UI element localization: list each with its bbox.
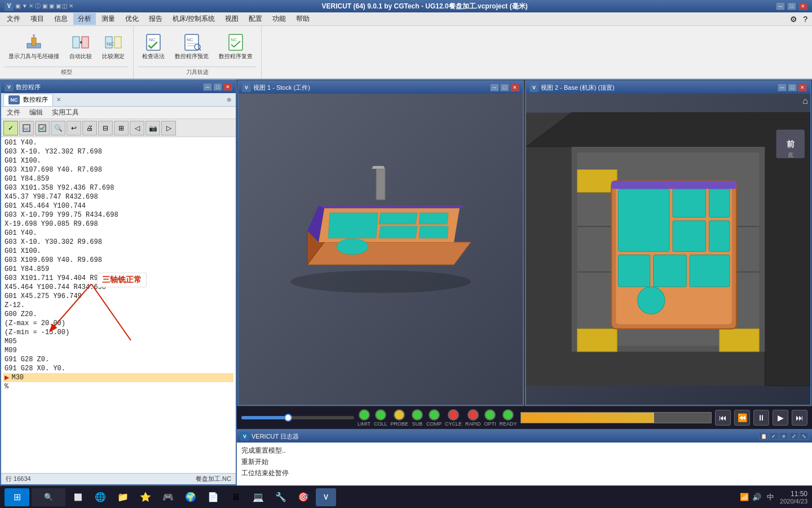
sim-btn-back[interactable]: ⏪ xyxy=(734,410,750,426)
nc-tool-split2[interactable]: ⊞ xyxy=(114,121,129,135)
nc-tool-split1[interactable]: ⊟ xyxy=(98,121,113,135)
sim-status-probe[interactable]: PROBE xyxy=(391,409,409,427)
sim-status-sub[interactable]: SUB xyxy=(412,409,423,427)
network-icon[interactable]: 📶 xyxy=(740,493,749,501)
sim-btn-pause[interactable]: ⏸ xyxy=(753,410,769,426)
volume-icon[interactable]: 🔊 xyxy=(752,493,761,501)
taskbar-app1[interactable]: ⭐ xyxy=(135,488,156,506)
taskbar-app4[interactable]: 📄 xyxy=(203,488,223,506)
log-panel-icon2[interactable]: ✓ xyxy=(769,432,778,440)
nc-code-line[interactable]: X-19.698 Y90.085 R9.698 xyxy=(3,220,233,229)
nc-code-line[interactable]: G03 X107.698 Y40. R7.698 xyxy=(3,165,233,174)
nc-menu-utils[interactable]: 实用工具 xyxy=(48,107,82,119)
sim-slider[interactable] xyxy=(241,416,354,419)
nc-tab-nc[interactable]: NC 数控程序 xyxy=(3,94,53,106)
menu-item-help[interactable]: 帮助 xyxy=(292,13,314,25)
nc-tool-1[interactable]: NC xyxy=(19,121,34,135)
menu-item-project[interactable]: 项目 xyxy=(26,13,48,25)
nc-tool-left[interactable]: ◁ xyxy=(130,121,144,135)
taskbar-search[interactable]: 🔍 xyxy=(32,488,65,506)
sim-status-rapid[interactable]: RAPID xyxy=(465,409,481,427)
menu-item-machine[interactable]: 机床/控制系统 xyxy=(168,13,219,25)
nc-tool-camera[interactable]: 📷 xyxy=(145,121,160,135)
nc-code-line[interactable]: G01 X100. xyxy=(3,156,233,165)
sim-status-limit[interactable]: LIMIT xyxy=(358,409,370,427)
home-icon[interactable]: ⌂ xyxy=(802,96,808,106)
view2-maximize[interactable]: □ xyxy=(788,84,797,91)
minimize-button[interactable]: ─ xyxy=(776,2,785,10)
nc-code-line[interactable]: G03 X101.711 Y94.404 R9.698 xyxy=(3,274,233,283)
menu-item-function[interactable]: 功能 xyxy=(268,13,290,25)
ribbon-btn-nc-review[interactable]: NC 数控程序复查 xyxy=(215,30,257,63)
nc-menu-file[interactable]: 文件 xyxy=(3,107,24,119)
nc-code-line[interactable]: G03 X-10. Y32.302 R7.698 xyxy=(3,147,233,156)
sim-status-ready[interactable]: READY xyxy=(500,409,517,427)
settings-icon[interactable]: ⚙ xyxy=(788,15,800,24)
nc-menu-edit[interactable]: 编辑 xyxy=(26,107,46,119)
view2-canvas[interactable]: 前 底 ⌂ xyxy=(526,94,810,405)
nc-code-line[interactable]: ▶M30 xyxy=(3,373,233,382)
nc-tool-2[interactable]: NC xyxy=(35,121,50,135)
sim-status-opti[interactable]: OPTI xyxy=(484,409,496,427)
taskbar-app2[interactable]: 🎮 xyxy=(158,488,178,506)
nc-tool-print[interactable]: 🖨 xyxy=(82,121,97,135)
nc-code-line[interactable]: G03 X-10.799 Y99.75 R434.698 xyxy=(3,211,233,220)
nc-code-line[interactable]: G01 X45.464 Y100.744 xyxy=(3,202,233,211)
nc-panel-minimize[interactable]: ─ xyxy=(203,83,212,91)
nc-code-line[interactable]: G01 Y40. xyxy=(3,138,233,147)
taskbar-browser[interactable]: 🌐 xyxy=(90,488,111,506)
sim-status-comp[interactable]: COMP xyxy=(426,409,442,427)
menu-item-analysis[interactable]: 分析 xyxy=(73,13,96,25)
nc-code-line[interactable]: Z-12. xyxy=(3,301,233,310)
maximize-button[interactable]: □ xyxy=(787,2,796,10)
nc-code-area[interactable]: G01 Y40.G03 X-10. Y32.302 R7.698G01 X100… xyxy=(1,137,236,473)
ribbon-btn-compare-measure[interactable]: NC 比较测定 xyxy=(98,30,129,63)
menu-item-config[interactable]: 配置 xyxy=(244,13,267,25)
title-bar-controls[interactable]: ─ □ ✕ xyxy=(776,2,807,10)
nc-tool-search[interactable]: 🔍 xyxy=(51,121,65,135)
nc-code-line[interactable]: (Z-min = -15.00) xyxy=(3,328,233,337)
nc-tool-right[interactable]: ▷ xyxy=(161,121,176,135)
nc-code-line[interactable]: M09 xyxy=(3,346,233,355)
nc-tool-undo[interactable]: ↩ xyxy=(67,121,81,135)
nc-code-line[interactable]: G01 X100. xyxy=(3,247,233,256)
question-icon[interactable]: ? xyxy=(801,15,810,24)
menu-item-file[interactable]: 文件 xyxy=(2,13,25,25)
log-panel-icon1[interactable]: 📋 xyxy=(759,432,768,440)
nc-panel-close[interactable]: ✕ xyxy=(223,83,232,91)
taskbar-folder[interactable]: 📁 xyxy=(113,488,133,506)
nc-code-line[interactable]: X45.464 Y100.744 R434.698 xyxy=(3,283,233,292)
nc-code-line[interactable]: G03 X109.698 Y40. R9.698 xyxy=(3,256,233,265)
log-panel-icon3[interactable]: ≡ xyxy=(779,432,788,440)
nc-code-line[interactable]: M05 xyxy=(3,337,233,346)
sim-btn-play[interactable]: ▶ xyxy=(773,410,788,426)
menu-item-info[interactable]: 信息 xyxy=(50,13,72,25)
ribbon-btn-check-syntax[interactable]: NC 检查语法 xyxy=(138,30,169,63)
ribbon-btn-nc-preview[interactable]: NC 数控程序预览 xyxy=(171,30,213,63)
taskbar-view[interactable]: ⬜ xyxy=(68,488,88,506)
view1-close[interactable]: ✕ xyxy=(510,84,519,91)
sim-status-coll[interactable]: COLL xyxy=(374,409,387,427)
taskbar-app6[interactable]: 💻 xyxy=(248,488,268,506)
nc-code-line[interactable]: G00 Z20. xyxy=(3,310,233,319)
nc-code-line[interactable]: G91 G28 X0. Y0. xyxy=(3,364,233,373)
view1-maximize[interactable]: □ xyxy=(500,84,509,91)
menu-item-report[interactable]: 报告 xyxy=(144,13,167,25)
taskbar-app3[interactable]: 🌍 xyxy=(180,488,201,506)
taskbar-app7[interactable]: 🔧 xyxy=(271,488,291,506)
sim-progress-bar[interactable] xyxy=(520,412,712,423)
close-button[interactable]: ✕ xyxy=(798,2,807,10)
view1-canvas[interactable] xyxy=(239,94,523,405)
start-button[interactable]: ⊞ xyxy=(5,488,29,506)
view2-close[interactable]: ✕ xyxy=(798,84,807,91)
nc-tool-check[interactable]: ✓ xyxy=(3,121,18,135)
taskbar-lang[interactable]: 中 xyxy=(765,492,776,502)
nc-code-line[interactable]: (Z-max = 20.00) xyxy=(3,319,233,328)
nc-tab-expand[interactable]: ⊕ xyxy=(224,95,233,104)
nc-code-line[interactable]: G03 X101.358 Y92.436 R7.698 xyxy=(3,183,233,192)
nc-code-line[interactable]: G01 X45.275 Y96.749 xyxy=(3,292,233,301)
taskbar-app8[interactable]: 🎯 xyxy=(293,488,314,506)
sim-btn-end[interactable]: ⏭ xyxy=(792,410,807,426)
nc-panel-maximize[interactable]: □ xyxy=(213,83,222,91)
nc-code-line[interactable]: G03 X-10. Y30.302 R9.698 xyxy=(3,238,233,247)
